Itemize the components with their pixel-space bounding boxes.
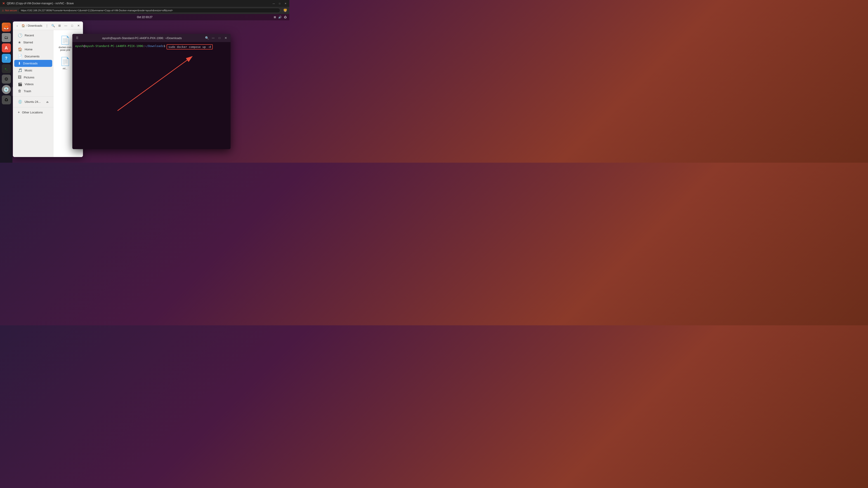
address-bar[interactable]: https://192.168.29.227:8006/?console=kvm… [18,8,280,13]
dock-item-files[interactable]: 🗂 [2,33,11,42]
terminal-window-controls: ☰ [74,35,80,40]
terminal-maximize-button[interactable]: □ [217,35,222,40]
network-icon[interactable]: ⊞ [274,15,276,19]
dock-item-settings[interactable]: ⚙ [2,74,11,84]
files-sidebar: 🕐 Recent ★ Starred 🏠 Home 📄 Documents ⬇ … [13,30,54,157]
file-icon-docker: 📄 [60,35,70,45]
url-text: https://192.168.29.227:8006/?console=kvm… [21,9,173,12]
sidebar-item-downloads[interactable]: ⬇ Downloads [14,60,52,67]
settings-icon: ⚙ [4,76,8,82]
drive-label: Ubuntu 24... [25,100,41,103]
system-bar: Oct 22 03:27 ⊞ 🔊 ⏻ [0,14,289,20]
dock-item-terminal[interactable]: >_ [2,64,11,73]
pictures-label: Pictures [24,76,34,79]
files-toolbar-icons: ⋮ 🔍 ⊞ — □ ✕ [44,23,81,29]
recent-label: Recent [25,34,34,37]
files-maximize-button[interactable]: □ [69,23,75,29]
file-item-ml[interactable]: 📄 ml... [57,55,73,72]
music-label: Music [25,69,32,72]
help-icon: ? [5,56,7,61]
terminal-close-button[interactable]: ✕ [223,35,228,40]
files-minimize-button[interactable]: — [63,23,68,29]
dock-item-trash[interactable]: ♻ [2,95,11,104]
datetime-label: Oct 22 03:27 [137,15,153,19]
terminal-right-controls: 🔍 — □ ✕ [204,35,228,40]
files-breadcrumb: 🏠 / Downloads [20,24,44,27]
sidebar-item-home[interactable]: 🏠 Home [14,46,52,53]
security-label: Not secure [5,9,17,12]
browser-toolbar: ⚠ Not secure https://192.168.29.227:8006… [0,7,289,14]
firefox-icon: 🦊 [3,24,9,30]
file-name-docker: docker-compose.yml [58,46,72,51]
music-icon: 🎵 [18,68,22,72]
prompt-dollar: $ [163,44,165,48]
security-icon: ⚠ [2,9,4,12]
files-titlebar: ‹ 🏠 / Downloads ⋮ 🔍 ⊞ — □ ✕ [13,22,83,30]
terminal-titlebar: ☰ ayush@ayush-Standard-PC-i440FX-PIIX-19… [72,34,230,42]
prompt-at-sign: @ [84,44,86,48]
terminal-minimize-button[interactable]: — [211,35,216,40]
starred-label: Starred [23,41,33,44]
sidebar-item-trash[interactable]: 🗑 Trash [14,88,52,94]
dock-item-help[interactable]: ? [2,54,11,63]
browser-chrome: ✕ QEMU (Copy-of-VM-Docker-manager) - noV… [0,0,289,14]
terminal-title: ayush@ayush-Standard-PC-i440FX-PIIX-1996… [80,36,204,40]
dock-item-firefox[interactable]: 🦊 [2,23,11,32]
home-label: Home [25,48,33,51]
cd-icon: 💿 [3,87,9,92]
brave-browser-icon: 🦁 [283,8,287,13]
prompt-path: ~/Downloads [145,44,164,48]
minimize-button[interactable]: — [272,1,276,5]
brave-logo-icon: ✕ [2,2,5,5]
other-locations-icon: + [18,110,20,114]
trash-sidebar-icon: 🗑 [18,89,22,93]
terminal-search-button[interactable]: 🔍 [204,35,209,40]
trash-dock-icon: ♻ [4,97,8,103]
appstore-icon: A [4,45,8,51]
sidebar-item-videos[interactable]: 🎬 Videos [14,80,52,88]
application-dock: 🦊 🗂 A ? >_ ⚙ 💿 ♻ [0,20,12,163]
files-search-button[interactable]: 🔍 [51,23,56,29]
eject-button[interactable]: ⏏ [46,100,49,103]
terminal-window: ☰ ayush@ayush-Standard-PC-i440FX-PIIX-19… [72,34,230,149]
files-back-button[interactable]: ‹ [15,23,20,29]
downloads-icon: ⬇ [18,61,21,66]
sidebar-item-music[interactable]: 🎵 Music [14,67,52,74]
sidebar-item-pictures[interactable]: 🖼 Pictures [14,74,52,80]
browser-title: QEMU (Copy-of-VM-Docker-manager) - noVNC… [7,2,272,5]
sidebar-item-starred[interactable]: ★ Starred [14,39,52,46]
window-controls: — □ ✕ [272,1,287,5]
other-locations-label: Other Locations [22,111,43,114]
documents-label: Documents [25,55,39,58]
files-close-button[interactable]: ✕ [76,23,81,29]
system-tray: ⊞ 🔊 ⏻ [274,15,287,19]
file-icon-ml: 📄 [60,57,70,66]
terminal-prompt-line: ayush @ ayush-Standard-PC-i440FX-PIIX-19… [75,44,228,50]
sidebar-item-recent[interactable]: 🕐 Recent [14,32,52,39]
files-menu-button[interactable]: ⋮ [44,23,50,29]
maximize-button[interactable]: □ [278,1,282,5]
file-name-ml: ml... [63,67,68,70]
breadcrumb-current: Downloads [28,24,42,27]
videos-label: Videos [25,83,34,86]
trash-label: Trash [24,90,31,93]
volume-icon[interactable]: 🔊 [278,15,282,19]
starred-icon: ★ [18,40,21,44]
terminal-icon: >_ [5,68,7,70]
dock-expander[interactable] [11,87,13,96]
power-icon[interactable]: ⏻ [284,15,287,19]
close-button[interactable]: ✕ [283,1,287,5]
sidebar-drive-ubuntu[interactable]: 💿 Ubuntu 24... ⏏ [14,98,52,105]
files-view-button[interactable]: ⊞ [57,23,62,29]
terminal-menu-button[interactable]: ☰ [74,35,80,40]
terminal-command: sudo docker compose up -d [166,44,213,50]
prompt-hostname: ayush-Standard-PC-i440FX-PIIX-1996 [85,44,143,48]
breadcrumb-separator: / [26,24,27,27]
dock-item-appstore[interactable]: A [2,43,11,53]
dock-item-cd[interactable]: 💿 [2,85,11,94]
file-item-docker-compose[interactable]: 📄 docker-compose.yml [57,34,73,53]
sidebar-item-documents[interactable]: 📄 Documents [14,53,52,60]
home-sidebar-icon: 🏠 [18,47,22,52]
sidebar-item-other-locations[interactable]: + Other Locations [14,109,52,116]
prompt-colon: : [143,44,145,48]
